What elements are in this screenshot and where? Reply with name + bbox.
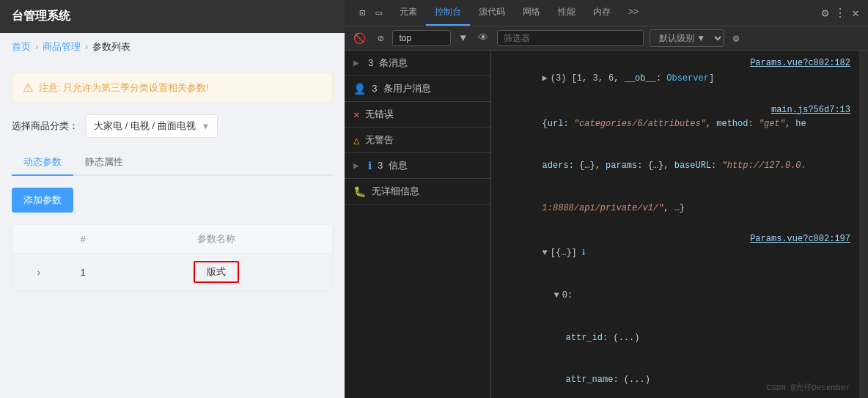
file-link-2[interactable]: main.js?56d7:13 [771,103,850,117]
expand-triangle-1[interactable]: ▶ [542,73,548,84]
table-header: # 参数名称 [12,225,332,254]
close-icon[interactable]: ✕ [849,4,862,22]
tab-memory[interactable]: 内存 [584,0,619,26]
col-name-header: 参数名称 [112,232,320,246]
code-line-3: aders: {…}, params: {…}, baseURL: "http:… [500,145,850,188]
tab-static[interactable]: 静态属性 [73,150,135,176]
msg-info[interactable]: ▶ ℹ 3 信息 [345,153,490,179]
context-selector[interactable] [392,30,451,46]
msg-error-label: 无错误 [365,108,394,121]
tab-more[interactable]: >> [619,1,647,25]
watermark: CSDN @光仔December [767,382,850,395]
msg-warning-label: 无警告 [365,133,394,147]
category-select[interactable]: 大家电 / 电视 / 曲面电视 ▼ [86,114,218,138]
msg-all-messages[interactable]: ▶ 3 条消息 [345,51,490,76]
info-icon: ℹ [368,160,372,172]
content-area: ⚠ 注意: 只允许为第三季分类设置相关参数! 选择商品分类： 大家电 / 电视 … [0,61,345,398]
console-sidebar: ▶ 3 条消息 👤 3 条用户消息 ✕ 无错误 △ 无警告 ▶ ℹ 3 信息 🐛 [345,51,491,398]
select-value: 大家电 / 电视 / 曲面电视 [94,119,196,133]
tab-performance[interactable]: 性能 [549,0,584,26]
level-select[interactable]: 默认级别 ▼ [650,29,724,47]
expand-obj-icon[interactable]: ▼ [542,248,548,258]
code-line-4: 1:8888/api/private/v1/", …} [500,188,850,230]
cursor-icon[interactable]: ⊡ [356,5,368,21]
breadcrumb-sep1: › [35,42,38,52]
warning-icon: △ [353,134,359,147]
app-header: 台管理系统 [0,0,345,33]
more-icon[interactable]: ⋮ [831,4,849,22]
msg-user-label: 3 条用户消息 [372,82,431,95]
tab-dynamic[interactable]: 动态参数 [12,150,73,176]
msg-warnings[interactable]: △ 无警告 [345,128,490,153]
tab-sources[interactable]: 源代码 [470,0,514,26]
scrollbar[interactable] [859,51,868,398]
param-table: # 参数名称 › 1 版式 [12,224,333,292]
msg-verbose-label: 无详细信息 [372,185,419,198]
msg-verbose[interactable]: 🐛 无详细信息 [345,179,490,204]
msg-all-label: 3 条消息 [368,56,408,70]
tab-console[interactable]: 控制台 [426,0,470,26]
msg-errors[interactable]: ✕ 无错误 [345,102,490,128]
devtools-panel: ⊡ ▭ 元素 控制台 源代码 网络 性能 内存 >> ⚙ ⋮ ✕ 🚫 ⊘ ▼ 👁… [345,0,868,398]
clear-icon[interactable]: 🚫 [350,31,369,46]
alert-message: 注意: 只允许为第三季分类设置相关参数! [39,81,209,95]
tab-elements[interactable]: 元素 [391,0,426,26]
row-name-cell: 版式 [112,261,320,283]
app-title: 台管理系统 [12,10,70,22]
breadcrumb: 首页 › 商品管理 › 参数列表 [0,33,345,61]
verbose-icon: 🐛 [353,185,366,198]
file-link-1[interactable]: Params.vue?c802:182 [750,56,850,70]
expand-button[interactable]: › [24,267,54,278]
devtools-main-content: ▶ 3 条消息 👤 3 条用户消息 ✕ 无错误 △ 无警告 ▶ ℹ 3 信息 🐛 [345,51,868,398]
code-output-area: Params.vue?c802:182 ▶(3) [1, 3, 6, __ob_… [491,51,859,398]
param-name: 版式 [194,261,239,283]
expand-arrow-icon: ▶ [353,57,359,69]
row-number: 1 [61,267,105,278]
msg-user-messages[interactable]: 👤 3 条用户消息 [345,76,490,102]
devtools-nav-icons: ⊡ ▭ [350,5,391,21]
code-zero-line: ▼0: [500,275,850,317]
eye-icon[interactable]: 👁 [475,31,491,45]
device-icon[interactable]: ▭ [372,5,384,21]
file-link-3[interactable]: Params.vue?c802:197 [750,232,850,246]
tabs-container: 动态参数 静态属性 [12,150,333,176]
left-panel: 台管理系统 首页 › 商品管理 › 参数列表 ⚠ 注意: 只允许为第三季分类设置… [0,0,345,398]
table-row: › 1 版式 [12,254,332,291]
filter-input[interactable] [497,30,644,46]
devtools-tabs-bar: ⊡ ▭ 元素 控制台 源代码 网络 性能 内存 >> ⚙ ⋮ ✕ [345,0,868,26]
info-expand-icon: ▶ [353,160,359,172]
devtools-toolbar: 🚫 ⊘ ▼ 👁 默认级别 ▼ ⚙ [345,26,868,51]
user-icon: 👤 [353,83,366,95]
msg-info-label: 3 信息 [378,159,408,172]
breadcrumb-category[interactable]: 商品管理 [43,40,81,54]
block-icon[interactable]: ⊘ [375,31,386,46]
gear-icon[interactable]: ⚙ [819,4,832,22]
breadcrumb-home[interactable]: 首页 [12,40,31,54]
alert-box: ⚠ 注意: 只允许为第三季分类设置相关参数! [12,73,333,103]
settings-icon[interactable]: ⚙ [730,31,742,46]
expand-zero-icon[interactable]: ▼ [554,290,559,301]
dropdown-icon[interactable]: ▼ [457,31,468,45]
chevron-down-icon: ▼ [202,122,210,130]
tab-network[interactable]: 网络 [514,0,549,26]
select-row: 选择商品分类： 大家电 / 电视 / 曲面电视 ▼ [12,114,333,138]
col-num-header: # [61,234,105,245]
code-attr-id: attr_id: (...) [500,317,850,359]
breadcrumb-sep2: › [85,42,88,52]
select-label: 选择商品分类： [12,119,78,133]
add-param-button[interactable]: 添加参数 [12,188,73,213]
alert-icon: ⚠ [23,81,33,95]
breadcrumb-current: 参数列表 [92,40,130,54]
error-icon: ✕ [353,108,359,121]
